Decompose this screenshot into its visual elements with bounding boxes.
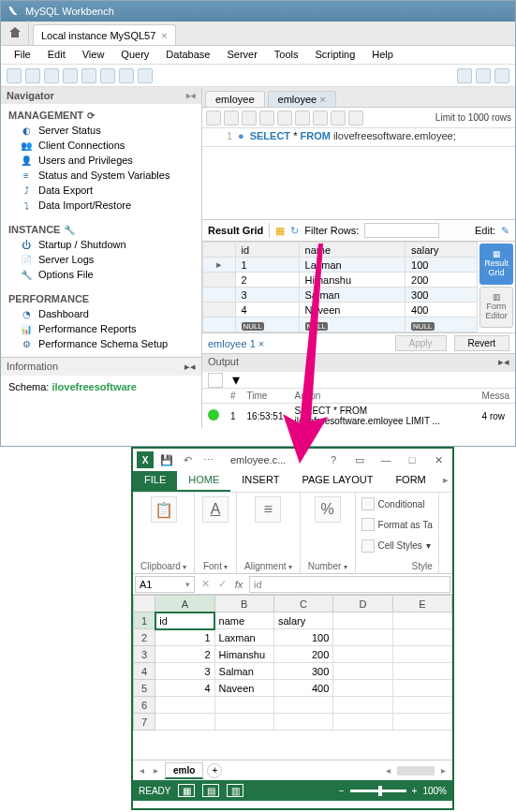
editor-tab[interactable]: emloyee	[205, 91, 265, 107]
sql-tool-button[interactable]	[206, 111, 221, 125]
panel-collapse-icon[interactable]: ▸◂	[186, 91, 196, 100]
col-header[interactable]: A	[155, 596, 214, 613]
sql-tool-button[interactable]	[313, 111, 328, 125]
menu-scripting[interactable]: Scripting	[308, 48, 363, 62]
menu-view[interactable]: View	[75, 48, 112, 62]
nav-options-file[interactable]: 🔧Options File	[1, 267, 201, 282]
nav-perf-reports[interactable]: 📊Performance Reports	[1, 321, 201, 336]
result-tab[interactable]: emloyee 1 ×	[208, 338, 264, 349]
close-icon[interactable]: ×	[319, 94, 325, 105]
zoom-in-button[interactable]: +	[412, 786, 418, 796]
cell-styles-button[interactable]: Cell Styles ▾	[361, 539, 433, 554]
sql-editor[interactable]: 1● SELECT * FROM ilovefreesoftware.emloy…	[202, 128, 515, 147]
sheet-tab[interactable]: emlo	[165, 762, 203, 779]
menu-help[interactable]: Help	[364, 48, 401, 62]
result-grid[interactable]: idnamesalary ▸1Laxman100 2Himanshu200 3S…	[202, 242, 478, 332]
alignment-icon[interactable]: ≡	[255, 496, 281, 523]
limit-rows-label[interactable]: Limit to 1000 rows	[435, 112, 511, 123]
toolbar-button[interactable]	[476, 68, 491, 83]
tab-home[interactable]: HOME	[177, 471, 230, 492]
col-header[interactable]: E	[392, 596, 451, 613]
enter-icon[interactable]: ✓	[214, 578, 230, 590]
toolbar-button[interactable]	[494, 68, 509, 83]
sql-tool-button[interactable]	[295, 111, 310, 125]
nav-status-variables[interactable]: ≡Status and System Variables	[1, 168, 201, 183]
fx-icon[interactable]: fx	[230, 579, 247, 590]
tab-insert[interactable]: INSERT	[230, 471, 290, 492]
cancel-icon[interactable]: ✕	[197, 578, 214, 590]
nav-server-status[interactable]: ◐Server Status	[1, 123, 201, 138]
sql-tool-button[interactable]	[224, 111, 239, 125]
undo-icon[interactable]: ↶	[180, 452, 195, 467]
hscroll-right[interactable]: ▸	[438, 765, 449, 775]
zoom-level[interactable]: 100%	[422, 786, 447, 796]
select-all-corner[interactable]	[134, 596, 155, 613]
toolbar-button[interactable]	[81, 68, 96, 83]
col-header[interactable]: B	[214, 596, 273, 613]
conditional-formatting-button[interactable]: Conditional	[361, 496, 433, 511]
tab-nav-next[interactable]: ▸	[151, 765, 161, 775]
connection-tab[interactable]: Local instance MySQL57 ×	[33, 24, 176, 45]
help-icon[interactable]: ?	[323, 454, 344, 465]
grid-view-icon[interactable]: ▦	[275, 225, 285, 237]
hscrollbar[interactable]	[397, 766, 435, 775]
col-header[interactable]: C	[273, 596, 332, 613]
form-editor-tab[interactable]: ▥Form Editor	[479, 287, 513, 328]
editor-tab[interactable]: emloyee ×	[268, 91, 336, 107]
pagebreak-view-icon[interactable]: ▥	[227, 784, 243, 797]
pagelayout-view-icon[interactable]: ▤	[202, 784, 219, 797]
minimize-icon[interactable]: —	[376, 454, 396, 465]
nav-client-connections[interactable]: 👥Client Connections	[1, 138, 201, 153]
toolbar-button[interactable]	[119, 68, 134, 83]
home-tab[interactable]	[1, 21, 29, 45]
nav-startup-shutdown[interactable]: ⏻Startup / Shutdown	[1, 237, 201, 252]
menu-tools[interactable]: Tools	[267, 48, 306, 62]
nav-data-export[interactable]: ⤴Data Export	[1, 183, 201, 198]
tab-nav-prev[interactable]: ◂	[137, 765, 147, 775]
sql-tool-button[interactable]	[259, 111, 274, 125]
output-dropdown[interactable]: ▾	[232, 371, 240, 389]
hscroll-left[interactable]: ◂	[383, 765, 393, 775]
toolbar-button[interactable]	[457, 68, 472, 83]
refresh-icon[interactable]: ↻	[290, 225, 299, 237]
sql-tool-button[interactable]	[242, 111, 257, 125]
save-icon[interactable]: 💾	[159, 452, 174, 467]
format-as-table-button[interactable]: Format as Ta	[361, 517, 433, 532]
panel-collapse-icon[interactable]: ▸◂	[184, 361, 196, 373]
tab-file[interactable]: FILE	[133, 471, 177, 492]
close-icon[interactable]: ×	[258, 338, 264, 349]
normal-view-icon[interactable]: ▦	[178, 784, 195, 797]
close-icon[interactable]: ×	[161, 30, 167, 41]
redo-icon[interactable]: ⋯	[200, 452, 215, 467]
toolbar-button[interactable]	[7, 68, 22, 83]
toolbar-button[interactable]	[44, 68, 59, 83]
nav-perf-schema[interactable]: ⚙Performance Schema Setup	[1, 336, 201, 351]
result-grid-tab[interactable]: ▦Result Grid	[479, 244, 513, 285]
tab-formulas[interactable]: FORM	[384, 471, 436, 492]
output-tab-icon[interactable]	[208, 373, 223, 388]
panel-collapse-icon[interactable]: ▸◂	[498, 356, 509, 370]
zoom-out-button[interactable]: −	[339, 786, 345, 796]
maximize-icon[interactable]: □	[402, 454, 422, 465]
paste-icon[interactable]: 📋	[151, 496, 177, 523]
apply-button[interactable]: Apply	[395, 335, 447, 351]
nav-server-logs[interactable]: 📄Server Logs	[1, 252, 201, 267]
number-icon[interactable]: %	[315, 496, 341, 523]
menu-query[interactable]: Query	[113, 48, 156, 62]
menu-database[interactable]: Database	[158, 48, 217, 62]
menu-edit[interactable]: Edit	[40, 48, 73, 62]
revert-button[interactable]: Revert	[454, 335, 509, 351]
close-icon[interactable]: ✕	[428, 454, 449, 466]
output-row[interactable]: 116:53:51SELECT * FROM ilovefreesoftware…	[202, 404, 515, 429]
toolbar-button[interactable]	[138, 68, 153, 83]
menu-server[interactable]: Server	[219, 48, 264, 62]
name-box[interactable]: A1▾	[135, 576, 195, 593]
tab-pagelayout[interactable]: PAGE LAYOUT	[290, 471, 384, 492]
toolbar-button[interactable]	[100, 68, 115, 83]
sql-tool-button[interactable]	[348, 111, 363, 125]
worksheet-grid[interactable]: A B C D E 1idnamesalary 21Laxman100 32Hi…	[133, 595, 452, 760]
filter-rows-input[interactable]	[364, 223, 439, 238]
new-sheet-button[interactable]: +	[207, 763, 222, 778]
sql-tool-button[interactable]	[331, 111, 346, 125]
ribbon-nav-icon[interactable]: ▸	[439, 471, 452, 492]
